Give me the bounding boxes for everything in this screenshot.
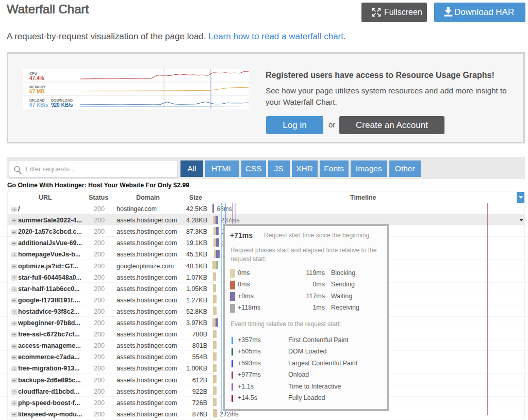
svg-text:920 KB/s: 920 KB/s <box>51 102 73 108</box>
svg-text:UPLOAD: UPLOAD <box>29 99 45 102</box>
svg-text:47.4%: 47.4% <box>29 75 44 81</box>
svg-text:DOWNLOAD: DOWNLOAD <box>51 99 73 102</box>
svg-text:67 KB/s: 67 KB/s <box>29 102 48 108</box>
svg-text:MEMORY: MEMORY <box>29 85 46 89</box>
svg-text:67 MB: 67 MB <box>29 89 44 94</box>
svg-text:CPU: CPU <box>29 72 37 75</box>
